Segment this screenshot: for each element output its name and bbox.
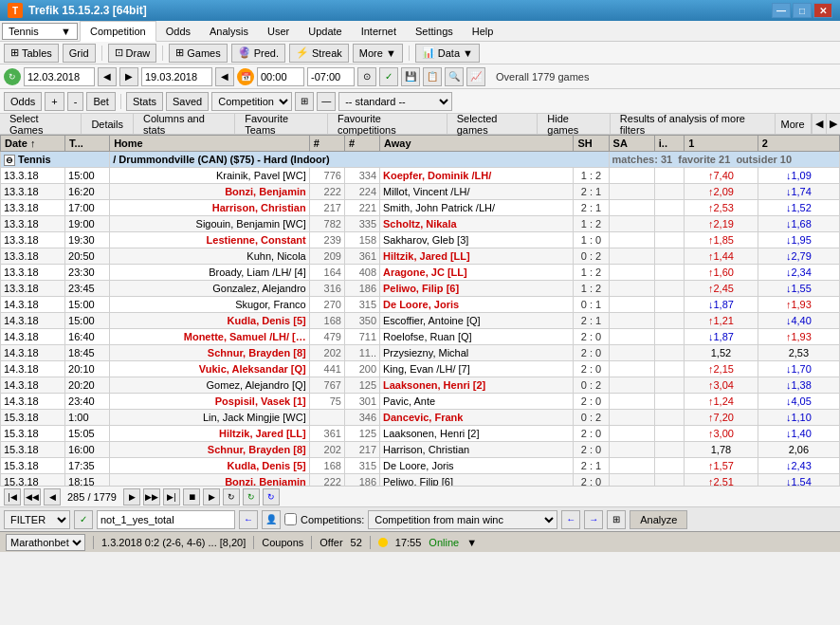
menu-tab-analysis[interactable]: Analysis	[200, 21, 258, 42]
date-to-input[interactable]	[141, 67, 212, 86]
refresh-button[interactable]: ↻	[4, 68, 21, 85]
cell-home[interactable]: Hiltzik, Jared [LL]	[110, 426, 310, 442]
online-dropdown-icon[interactable]: ▼	[466, 537, 477, 548]
cell-home[interactable]: Lin, Jack Mingjie [WC]	[110, 410, 310, 426]
stats-button[interactable]: Stats	[126, 92, 163, 111]
cell-home[interactable]: Kudla, Denis [5]	[110, 458, 310, 474]
tab-results-analysis[interactable]: Results of analysis of more filters	[611, 114, 776, 135]
sport-dropdown[interactable]: Tennis ▼	[2, 23, 78, 40]
th-1[interactable]: 1	[685, 136, 758, 152]
standard-select[interactable]: -- standard --	[338, 92, 452, 111]
cell-home[interactable]: Lestienne, Constant	[110, 232, 310, 248]
th-2[interactable]: 2	[758, 136, 839, 152]
competition-main-select[interactable]: Competition from main winc	[368, 510, 557, 529]
chart-icon[interactable]: 📈	[466, 67, 485, 86]
cell-home[interactable]: Kudla, Denis [5]	[110, 313, 310, 329]
play-button[interactable]: ▶	[203, 488, 220, 506]
th-i[interactable]: i..	[654, 136, 684, 152]
tab-details[interactable]: Details	[82, 114, 134, 135]
cell-away[interactable]: Przysiezny, Michal	[380, 345, 574, 361]
data-button[interactable]: 📊 Data ▼	[415, 44, 480, 63]
filter-person-icon[interactable]: 👤	[262, 510, 281, 529]
cell-home[interactable]: Gonzalez, Alejandro	[110, 281, 310, 297]
cell-away[interactable]: De Loore, Joris	[380, 458, 574, 474]
analyze-button[interactable]: Analyze	[630, 510, 687, 529]
date-from-input[interactable]	[24, 67, 95, 86]
check-icon[interactable]: ✓	[379, 67, 398, 86]
cell-home[interactable]: Bonzi, Benjamin	[110, 474, 310, 487]
time-icon-1[interactable]: ⊙	[357, 67, 376, 86]
streak-button[interactable]: ⚡ Streak	[289, 44, 349, 63]
menu-tab-internet[interactable]: Internet	[352, 21, 406, 42]
th-hash1[interactable]: #	[309, 136, 344, 152]
time1-input[interactable]	[257, 67, 304, 86]
maximize-button[interactable]: □	[793, 3, 812, 18]
cell-away[interactable]: Escoffier, Antoine [Q]	[380, 313, 574, 329]
cell-away[interactable]: Harrison, Christian	[380, 442, 574, 458]
filter-type-select[interactable]: FILTER	[4, 510, 70, 529]
tab-hide-games[interactable]: Hide games	[538, 114, 611, 135]
prev-page-button[interactable]: ◀	[44, 488, 61, 506]
cell-home[interactable]: Vukic, Aleksandar [Q]	[110, 361, 310, 377]
minus-button[interactable]: -	[67, 92, 84, 111]
next-10-button[interactable]: ▶▶	[143, 488, 160, 506]
pred-button[interactable]: 🔮 Pred.	[231, 44, 285, 63]
more-button[interactable]: More ▼	[353, 44, 403, 63]
filter-check-button[interactable]: ✓	[74, 510, 93, 529]
menu-tab-settings[interactable]: Settings	[406, 21, 463, 42]
th-hash2[interactable]: #	[344, 136, 379, 152]
cell-home[interactable]: Kuhn, Nicola	[110, 248, 310, 265]
copy-icon[interactable]: 📋	[423, 67, 442, 86]
cell-home[interactable]: Schnur, Brayden [8]	[110, 345, 310, 361]
th-time[interactable]: T...	[65, 136, 110, 152]
competitions-checkbox[interactable]	[284, 513, 297, 525]
cell-away[interactable]: Millot, Vincent /LH/	[380, 184, 574, 200]
tab-columns-stats[interactable]: Columns and stats	[134, 114, 235, 135]
cell-home[interactable]: Sigouin, Benjamin [WC]	[110, 216, 310, 232]
tab-scroll-right-icon[interactable]: ▶	[826, 114, 840, 135]
cell-away[interactable]: Laaksonen, Henri [2]	[380, 426, 574, 442]
last-page-button[interactable]: ▶|	[163, 488, 180, 506]
blue-refresh-button[interactable]: ↻	[263, 488, 280, 506]
grid-button[interactable]: Grid	[63, 44, 96, 63]
cell-away[interactable]: Dancevic, Frank	[380, 410, 574, 426]
search-icon[interactable]: 🔍	[445, 67, 464, 86]
close-button[interactable]: ✕	[813, 3, 832, 18]
first-page-button[interactable]: |◀	[4, 488, 21, 506]
minimize-button[interactable]: —	[772, 3, 791, 18]
filter-icon-2[interactable]: —	[317, 92, 336, 111]
cell-away[interactable]: Pavic, Ante	[380, 394, 574, 410]
cell-home[interactable]: Broady, Liam /LH/ [4]	[110, 265, 310, 281]
tables-button[interactable]: ⊞ Tables	[4, 44, 59, 63]
competition-select[interactable]: Competition	[211, 92, 292, 111]
tab-more[interactable]: More	[776, 114, 812, 135]
cell-home[interactable]: Monette, Samuel /LH/ […	[110, 329, 310, 345]
cell-away[interactable]: Scholtz, Nikala	[380, 216, 574, 232]
cell-away[interactable]: King, Evan /LH/ [7]	[380, 361, 574, 377]
next-page-button[interactable]: ▶	[123, 488, 140, 506]
cell-away[interactable]: Smith, John Patrick /LH/	[380, 200, 574, 216]
time2-input[interactable]	[307, 67, 355, 86]
floppy-icon[interactable]: 💾	[401, 67, 420, 86]
cell-away[interactable]: Roelofse, Ruan [Q]	[380, 329, 574, 345]
filter-value-input[interactable]	[97, 510, 235, 529]
tab-scroll-left-icon[interactable]: ◀	[812, 114, 826, 135]
th-home[interactable]: Home	[110, 136, 310, 152]
cell-away[interactable]: Hiltzik, Jared [LL]	[380, 248, 574, 265]
cell-home[interactable]: Krainik, Pavel [WC]	[110, 168, 310, 184]
cell-away[interactable]: Peliwo, Filip [6]	[380, 281, 574, 297]
cell-home[interactable]: Gomez, Alejandro [Q]	[110, 377, 310, 394]
date-next-button[interactable]: ▶	[119, 67, 138, 86]
menu-tab-update[interactable]: Update	[299, 21, 351, 42]
th-away[interactable]: Away	[380, 136, 574, 152]
cell-home[interactable]: Bonzi, Benjamin	[110, 184, 310, 200]
group-expand-icon[interactable]: ⊖	[4, 155, 15, 166]
cell-home[interactable]: Harrison, Christian	[110, 200, 310, 216]
prev-10-button[interactable]: ◀◀	[24, 488, 41, 506]
date-prev-button[interactable]: ◀	[98, 67, 117, 86]
cell-away[interactable]: Aragone, JC [LL]	[380, 265, 574, 281]
tab-selected-games[interactable]: Selected games	[447, 114, 539, 135]
bookmaker-select[interactable]: Marathonbet	[6, 534, 85, 551]
draw-button[interactable]: ⊡ Draw	[108, 44, 157, 63]
saved-button[interactable]: Saved	[166, 92, 209, 111]
